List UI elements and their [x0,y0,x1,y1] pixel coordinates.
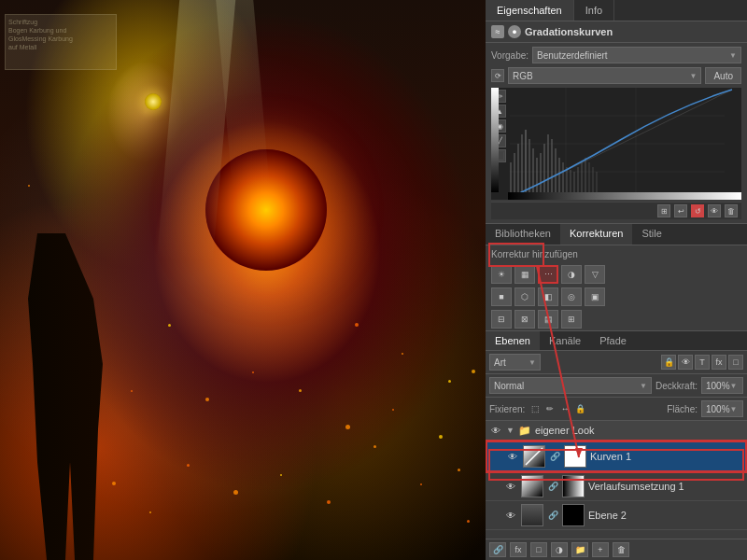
panel-title: Gradationskurven [525,26,613,37]
svg-rect-3 [521,134,523,200]
gradation-icon: ≈ [491,25,504,38]
korr-icon-hsl[interactable]: ■ [491,287,512,306]
korrekturen-tabs: Bibliotheken Korrekturen Stile [486,224,747,245]
verlauf-thumb [521,475,543,497]
deckkraft-input[interactable]: 100% ▼ [701,377,743,394]
svg-rect-5 [529,139,530,200]
ebenen-icon-fx[interactable]: fx [712,355,726,370]
tab-bibliotheken[interactable]: Bibliotheken [486,224,560,245]
kurven-vis-icon[interactable]: 👁 [506,450,519,463]
blend-mode-select[interactable]: Normal ▼ [489,377,652,394]
photo-canvas: SchriftzugBogen Karbung undGlosMessing K… [0,0,486,560]
curve-bottom-bar: ⊞ ↩ ↺ 👁 🗑 [491,202,741,219]
fixieren-row: Fixieren: ⬚ ✏ ↔ 🔒 Fläche: 100% ▼ [486,398,747,421]
curve-btn-1[interactable]: ⊞ [657,204,670,217]
eigenschaften-panel: ≈ ● Gradationskurven Vorgabe: Benutzerde… [486,21,747,224]
fix-icon-1[interactable]: ⬚ [529,402,542,415]
korr-icon-exposure[interactable]: ◑ [561,265,582,284]
korr-icon-vibrance[interactable]: ▽ [585,265,605,284]
layer-mask-btn[interactable]: □ [530,542,547,557]
fixieren-icons: ⬚ ✏ ↔ 🔒 [529,402,586,415]
korr-icon-curves[interactable]: ⋯ [538,265,558,284]
korr-icon-selective[interactable]: ⊟ [491,310,512,329]
curve-btn-4[interactable]: 🗑 [725,204,738,217]
right-panel: Eigenschaften Info ≈ ● Gradationskurven … [486,0,747,560]
verlauf-link-icon: 🔗 [547,481,558,492]
deckkraft-label: Deckkraft: [655,381,698,391]
ebenen-icon-mask[interactable]: □ [728,355,743,370]
layer-fx-btn[interactable]: fx [510,542,527,557]
korr-icon-bw[interactable]: ◧ [538,287,558,306]
panel-header: ≈ ● Gradationskurven [486,21,747,43]
korr-icon-brightness[interactable]: ☀ [491,265,512,284]
layer-group-header[interactable]: 👁 ▼ 📁 eigener Look [486,421,747,441]
kurven-link-icon: 🔗 [549,451,560,462]
layer-ebene2[interactable]: 👁 🔗 Ebene 2 [486,501,747,530]
flaeche-label: Fläche: [667,404,698,414]
curve-btn-3[interactable]: 👁 [708,204,721,217]
korrekturen-section: Bibliotheken Korrekturen Stile Korrektur… [486,224,747,331]
tab-info[interactable]: Info [574,0,614,21]
curve-svg [491,88,741,200]
korr-icon-invert[interactable]: ⊠ [514,310,535,329]
group-expand[interactable]: ▼ [506,426,514,435]
gradient-bar [508,192,741,200]
ebenen-icon-T[interactable]: T [695,355,710,370]
group-vis-icon[interactable]: 👁 [489,424,502,437]
svg-rect-4 [525,130,527,200]
fix-icon-4[interactable]: 🔒 [573,402,586,415]
tab-korrekturen[interactable]: Korrekturen [560,224,632,245]
korr-icon-posterize[interactable]: ▤ [538,310,558,329]
channel-icon: ⟳ [491,69,504,82]
curve-btn-2[interactable]: ↩ [674,204,687,217]
korr-icon-threshold[interactable]: ⊞ [561,310,582,329]
layer-bottom-bar: 🔗 fx □ ◑ 📁 + 🗑 [486,539,747,560]
auto-button[interactable]: Auto [705,67,741,84]
svg-rect-10 [547,134,549,200]
fix-icon-3[interactable]: ↔ [558,402,571,415]
korrektur-title: Korrektur hinzufügen [486,245,747,263]
verlauf-vis-icon[interactable]: 👁 [504,480,517,493]
flaeche-input[interactable]: 100% ▼ [701,400,743,417]
kurven-name: Kurven 1 [590,451,741,462]
ebene2-vis-icon[interactable]: 👁 [504,509,517,522]
tab-stile[interactable]: Stile [632,224,670,245]
vorgabe-select[interactable]: Benutzerdefiniert ▼ [532,47,741,63]
fix-icon-2[interactable]: ✏ [543,402,557,415]
layer-group-btn[interactable]: 📁 [571,542,588,557]
korrektur-row-3: ⊟ ⊠ ▤ ⊞ [486,308,747,330]
gradient-section: Vorgabe: Benutzerdefiniert ▼ ⟳ RGB ▼ Aut… [486,43,747,223]
kurven-thumb [523,445,545,468]
layer-link-btn[interactable]: 🔗 [489,542,506,557]
svg-rect-11 [551,139,553,200]
ebene2-name: Ebene 2 [588,510,743,521]
normal-row: Normal ▼ Deckkraft: 100% ▼ [486,374,747,398]
tab-eigenschaften[interactable]: Eigenschaften [486,0,574,21]
korr-icon-levels[interactable]: ▦ [514,265,535,284]
ebenen-section: Ebenen Kanäle Pfade Art ▼ 🔒 👁 T fx □ Nor… [486,331,747,560]
korr-icon-photo[interactable]: ◎ [561,287,582,306]
tab-ebenen[interactable]: Ebenen [486,331,540,350]
layer-kurven[interactable]: 👁 🔗 Kurven 1 [486,441,747,472]
ebenen-icon-eye[interactable]: 👁 [678,355,693,370]
channel-select[interactable]: RGB ▼ [508,67,701,84]
korrektur-row-2: ■ ⬡ ◧ ◎ ▣ [486,286,747,308]
group-folder-icon: 📁 [518,425,531,437]
layer-adj-btn[interactable]: ◑ [551,542,568,557]
ebenen-icon-lock[interactable]: 🔒 [661,355,676,370]
vorgabe-label: Vorgabe: [491,50,529,61]
curve-area[interactable]: ✏ ▲ ◉ ╱ ⬛ [491,88,741,200]
curve-btn-reset[interactable]: ↺ [691,204,704,217]
vorgabe-row: Vorgabe: Benutzerdefiniert ▼ [491,47,741,63]
tab-kanaele[interactable]: Kanäle [540,331,590,350]
top-tabs: Eigenschaften Info [486,0,747,21]
korr-icon-gradient[interactable]: ▣ [585,287,605,306]
layer-verlauf[interactable]: 👁 🔗 Verlaufsumsetzung 1 [486,472,747,501]
layer-del-btn[interactable]: 🗑 [613,542,629,557]
art-select[interactable]: Art ▼ [489,354,541,371]
korr-icon-colorbal[interactable]: ⬡ [514,287,535,306]
layer-list: 👁 ▼ 📁 eigener Look 👁 🔗 Kurven 1 👁 🔗 [486,421,747,539]
tab-pfade[interactable]: Pfade [590,331,636,350]
rgb-row: ⟳ RGB ▼ Auto [491,67,741,84]
layer-add-btn[interactable]: + [592,542,609,557]
